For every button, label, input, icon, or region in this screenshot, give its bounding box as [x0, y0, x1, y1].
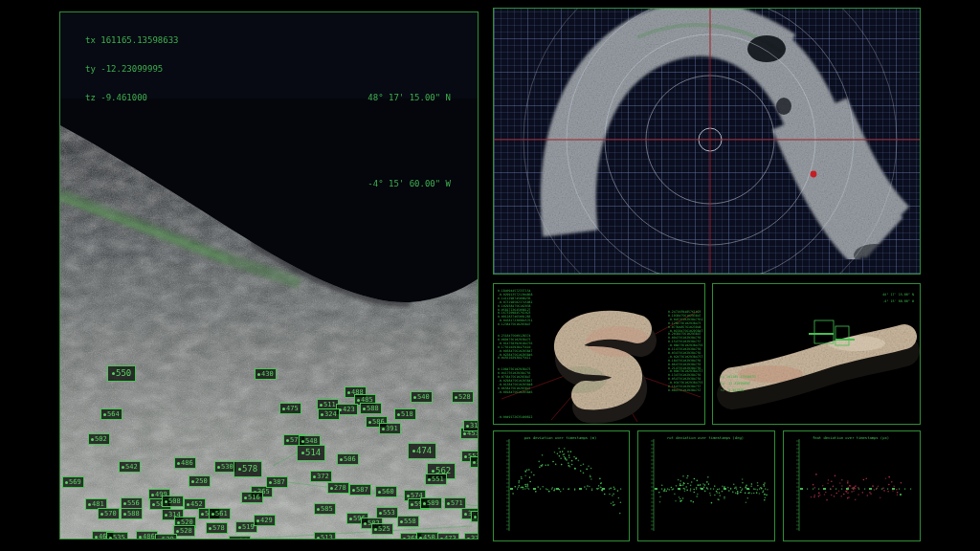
target-label[interactable]: 569 — [62, 476, 84, 488]
target-label[interactable]: 540 — [411, 391, 433, 403]
plot-title: pos deviation over timestamps (m) — [524, 435, 596, 440]
vehicle-marker — [811, 171, 817, 178]
target-label[interactable]: 506 — [337, 453, 359, 465]
target-dot-icon — [364, 522, 367, 525]
target-dot-icon — [403, 538, 406, 540]
target-id: 585 — [321, 505, 333, 513]
target-id: 529 — [162, 536, 174, 540]
target-label[interactable]: 529 — [155, 534, 177, 540]
target-label[interactable]: 560 — [375, 486, 397, 497]
target-dot-icon — [209, 527, 212, 530]
target-id: 553 — [383, 509, 395, 517]
svg-text:-0.0918475610293846: -0.0918475610293846 — [498, 390, 533, 394]
svg-text:tx 161165.13598633: tx 161165.13598633 — [721, 375, 756, 379]
target-label[interactable]: 430 — [255, 368, 277, 380]
target-dot-icon — [407, 495, 410, 497]
target-label[interactable]: 536 — [229, 536, 251, 540]
target-label[interactable]: 558 — [397, 516, 419, 527]
telemetry-row: tx 161165.13598633 — [85, 26, 179, 55]
target-label[interactable]: 564 — [100, 408, 122, 420]
target-dot-icon — [432, 470, 434, 473]
target-label[interactable]: 585 — [314, 503, 336, 515]
target-label[interactable]: 502 — [88, 433, 110, 445]
target-label[interactable]: 486 — [174, 457, 196, 469]
svg-text:0.0847561029384757: 0.0847561029384757 — [668, 388, 702, 392]
svg-text:ty -12.23099995: ty -12.23099995 — [721, 382, 750, 386]
plot-title: rot deviation over timestamps (deg) — [667, 435, 744, 440]
target-label[interactable]: 513 — [314, 532, 336, 540]
target-dot-icon — [412, 450, 415, 452]
target-label[interactable]: 550 — [107, 365, 136, 382]
target-dot-icon — [109, 537, 112, 540]
target-label[interactable]: 508 — [162, 496, 184, 507]
target-label[interactable]: 588 — [121, 508, 143, 519]
target-dot-icon — [282, 408, 285, 410]
target-dot-icon — [139, 536, 142, 539]
target-id: 514 — [305, 448, 321, 458]
target-label[interactable]: 589 — [420, 497, 442, 509]
target-id: 518 — [401, 410, 413, 418]
target-dot-icon — [347, 391, 350, 394]
target-id: 564 — [107, 410, 120, 418]
svg-text:-4° 15' 60.00" W: -4° 15' 60.00" W — [882, 299, 915, 303]
stats-column-right: 0.24710394857610230.1938475610293847-0.0… — [668, 310, 703, 392]
scatter-plot: rot deviation over timestamps (deg) — [638, 431, 772, 539]
target-label[interactable]: 317 — [463, 420, 479, 431]
target-dot-icon — [201, 513, 204, 516]
target-label[interactable]: 542 — [119, 461, 141, 473]
target-label[interactable]: 578 — [234, 461, 262, 477]
target-label[interactable]: 429 — [254, 515, 276, 526]
target-dot-icon — [423, 502, 426, 505]
target-label[interactable]: 535 — [106, 532, 128, 540]
target-dot-icon — [187, 503, 189, 506]
scatter-plot: feat deviation over timestamps (px) — [784, 431, 918, 539]
target-dot-icon — [256, 519, 259, 522]
target-label[interactable]: 473 — [437, 533, 459, 540]
target-label[interactable]: 588 — [360, 403, 382, 414]
topdown-map-viewport[interactable] — [493, 8, 921, 275]
target-label[interactable]: 514 — [297, 445, 325, 461]
target-label[interactable]: 391 — [379, 423, 401, 434]
terrain-model-viewport-oblique[interactable]: 0.1840944572337154-0.02991357213048680.1… — [493, 283, 705, 425]
target-label[interactable]: 450 — [416, 532, 438, 540]
target-label[interactable]: 549 — [470, 456, 479, 468]
target-label[interactable]: 518 — [394, 408, 416, 420]
target-label[interactable]: 387 — [266, 476, 288, 488]
scatter-plot: pos deviation over timestamps (m) — [494, 431, 627, 539]
target-id: 550 — [116, 368, 131, 379]
target-dot-icon — [464, 455, 467, 458]
target-id: 387 — [273, 478, 285, 486]
terrain-model-viewport-side[interactable]: 48° 17' 15.00" N-4° 15' 60.00" W tx 1611… — [712, 283, 921, 425]
target-dot-icon — [151, 494, 154, 496]
target-id: 452 — [190, 500, 203, 508]
deviation-plot-2: rot deviation over timestamps (deg) — [637, 430, 775, 541]
target-dot-icon — [330, 487, 333, 490]
target-label[interactable]: 578 — [206, 522, 228, 534]
target-label[interactable]: 587 — [349, 484, 371, 496]
target-label[interactable]: 475 — [279, 403, 301, 414]
target-id: 548 — [305, 437, 318, 445]
target-label[interactable]: 278 — [327, 482, 349, 494]
target-label[interactable]: 516 — [241, 492, 263, 503]
seafloor-3d-viewport[interactable]: 5504305645024884855114233245885405285185… — [59, 11, 479, 540]
target-label[interactable]: 528 — [452, 391, 474, 403]
target-label[interactable]: 324 — [318, 408, 340, 420]
target-dot-icon — [212, 513, 214, 516]
target-label[interactable]: 525 — [371, 523, 393, 535]
target-id: 588 — [367, 405, 379, 412]
target-id: 519 — [242, 523, 255, 531]
target-id: 528 — [458, 393, 471, 401]
target-label[interactable]: 250 — [189, 475, 211, 487]
target-label[interactable]: 561 — [209, 508, 231, 519]
target-label[interactable]: 474 — [408, 443, 436, 459]
target-label[interactable]: 484 — [471, 511, 479, 522]
target-dot-icon — [320, 404, 323, 407]
latitude-readout: 48° 17' 15.00" N — [368, 83, 451, 112]
target-id: 589 — [427, 499, 439, 507]
target-dot-icon — [447, 502, 450, 505]
target-label[interactable]: 570 — [98, 508, 120, 519]
target-label[interactable]: 372 — [310, 471, 332, 482]
target-label[interactable]: 551 — [425, 474, 447, 485]
target-label[interactable]: 374 — [464, 533, 479, 540]
target-id: 549 — [477, 458, 479, 466]
